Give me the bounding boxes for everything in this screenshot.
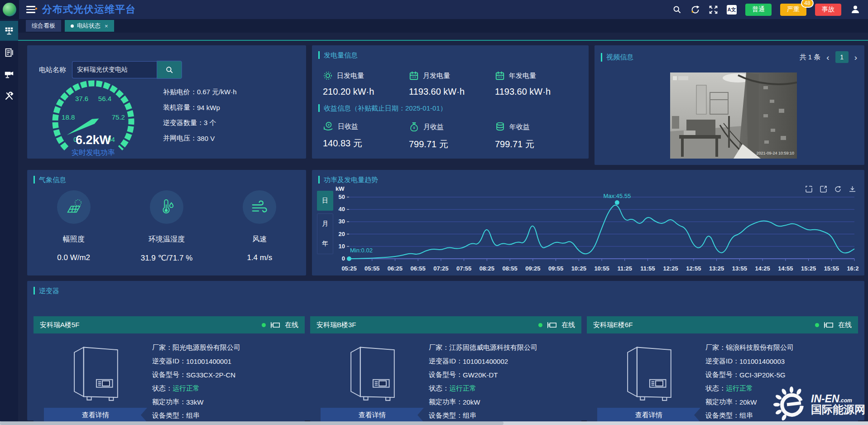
thermometer-icon [157,198,176,216]
station-panel: 电站名称 018.837.656.475.294 6.2kW 实时发电功率 补贴… [27,45,306,159]
revenue-item: ¥ 日收益 140.83 元 [323,121,409,150]
irradiance-value: 0.0 W/m2 [27,253,120,262]
alarm-severe-button[interactable]: 严重 48 [780,4,806,16]
model-row: 设备型号：GCI-3P20K-5G [705,368,856,382]
station-search-button[interactable] [157,61,182,79]
page-prev-icon[interactable]: ‹ [826,53,829,62]
online-dot [538,323,542,327]
weather-title: 气象信息 [34,176,66,184]
period-tab-year[interactable]: 年 [317,234,333,254]
svg-text:13:25: 13:25 [709,265,724,272]
coins-icon [495,121,505,132]
view-detail-button[interactable]: 查看详情 [597,408,700,422]
weather-grid: 幅照度 0.0 W/m2 环境温湿度 31.9 ℃/71.7 % 风速 1.4 … [27,190,306,263]
alarm-accident-label: 事故 [822,5,834,14]
svg-text:0: 0 [342,255,345,262]
alarm-normal-button[interactable]: 普通 [745,4,772,16]
generation-grid: 日发电量 210.20 kW·h 月发电量 1193.60 kW·h 年发电量 … [323,71,581,97]
watermark-brand: IN-EN [811,393,839,405]
online-dot [815,323,819,327]
realtime-power-gauge: 018.837.656.475.294 6.2kW 实时发电功率 [39,74,148,158]
svg-text:Min:0.02: Min:0.02 [350,247,373,254]
y-axis-unit: kW [336,185,345,192]
svg-text:50: 50 [339,193,345,200]
watermark: IN-EN.com 国际能源网 [773,386,865,423]
calendar-icon [409,71,419,81]
revenue-title: 收益信息（补贴截止日期：2025-01-01） [318,104,447,113]
fullscreen-icon[interactable] [709,5,718,14]
horizontal-scrollbar[interactable] [0,421,868,425]
svg-text:09:55: 09:55 [548,265,563,272]
logo [0,0,19,19]
inverter-id-row: 逆变器ID：101001400002 [429,354,580,368]
svg-text:16:25: 16:25 [847,265,859,272]
video-title: 视频信息 [601,53,633,62]
page-number[interactable]: 1 [835,51,849,63]
svg-text:08:25: 08:25 [480,265,494,272]
generation-item: 月发电量 1193.60 kW·h [409,71,495,97]
info-row: 逆变器数量：3 个 [163,115,237,130]
sidebar-item-video[interactable] [0,64,18,84]
inverter-device-icon [615,337,683,405]
alarm-accident-button[interactable]: 事故 [815,4,841,16]
svg-text:40: 40 [339,206,345,212]
scrollbar-thumb[interactable] [0,421,504,425]
sidebar-item-tools[interactable] [0,86,18,106]
search-icon[interactable] [672,5,682,14]
view-detail-button[interactable]: 查看详情 [321,408,424,422]
view-detail-button[interactable]: 查看详情 [44,408,147,422]
sidebar-item-report[interactable] [0,43,18,63]
trend-line-chart[interactable]: 0102030405005:2505:5506:2506:5507:2507:5… [336,192,859,272]
translate-icon[interactable]: A文 [727,5,737,14]
daily-revenue-value: 140.83 元 [323,137,409,150]
period-tabs: 日 月 年 [317,191,333,254]
page-next-icon[interactable]: › [854,53,857,62]
user-icon[interactable] [850,4,861,15]
period-tab-month[interactable]: 月 [317,214,333,234]
refresh-icon[interactable] [691,5,700,14]
sidebar [0,19,18,425]
vendor-row: 厂家：阳光电源股份有限公司 [152,341,303,354]
revenue-item: ¥ 月收益 799.71 元 [409,121,495,150]
camera-icon [4,69,14,79]
info-row: 补贴电价：0.67 元/kW·h [163,84,237,100]
svg-text:12:55: 12:55 [686,265,701,272]
weather-item: 幅照度 0.0 W/m2 [27,190,120,263]
vendor-row: 厂家：锦浪科技股份有限公司 [705,341,856,354]
tab-overview[interactable]: 综合看板 [26,20,61,32]
station-info-list: 补贴电价：0.67 元/kW·h 装机容量：94 kWp 逆变器数量：3 个 并… [163,84,237,146]
inverter-id-row: 逆变器ID：101001400001 [152,354,303,368]
top-bar: 分布式光伏运维平台 A文 普通 严重 48 事故 [0,0,868,19]
cctv-image [670,72,797,159]
info-row: 并网电压：380 V [163,130,237,146]
model-row: 设备型号：GW20K-DT [429,368,580,382]
tab-active-dot [71,24,74,28]
svg-text:¥: ¥ [328,123,330,127]
monthly-revenue-value: 799.71 元 [409,138,495,150]
trend-chart-panel: 功率及发电量趋势 kW 日 月 年 0102030405005:2505:550… [312,170,864,275]
wind-icon [250,198,269,216]
period-tab-day[interactable]: 日 [317,191,333,211]
weather-panel: 气象信息 幅照度 0.0 W/m2 环境温湿度 31.9 ℃/71.7 % 风速… [27,170,306,275]
gauge-svg: 018.837.656.475.294 [39,74,148,160]
inverters-panel: 逆变器 安科瑞A楼5F 在线 查看详情 [27,281,864,420]
watermark-brand-suffix: .com [839,397,852,404]
menu-icon[interactable] [26,6,35,13]
video-timestamp: 2021-09-24 10:59:10 [756,151,794,155]
online-dot [262,323,266,327]
monthly-generation-value: 1193.60 kW·h [409,87,495,97]
topbar-actions: A文 普通 严重 48 事故 [672,4,868,16]
report-icon [4,48,14,58]
svg-text:¥: ¥ [412,126,415,130]
sidebar-item-dashboard[interactable] [0,21,18,41]
rated-power-row: 额定功率：33kW [152,395,303,409]
inverter-cards: 安科瑞A楼5F 在线 查看详情 厂家：阳光电源股份有限公司 逆变器ID：1010 [34,316,858,416]
tab-bar: 综合看板 电站状态 × [0,19,868,33]
sun-logo-icon [773,386,810,423]
tab-station-status[interactable]: 电站状态 × [65,20,114,32]
tab-close-icon[interactable]: × [105,23,108,29]
svg-text:20: 20 [339,231,345,237]
generation-panel: 发电量信息 日发电量 210.20 kW·h 月发电量 1193.60 kW·h [312,45,589,159]
cctv-video-frame[interactable]: 2021-09-24 10:59:10 [670,72,797,159]
trend-chart-title: 功率及发电量趋势 [318,176,378,184]
